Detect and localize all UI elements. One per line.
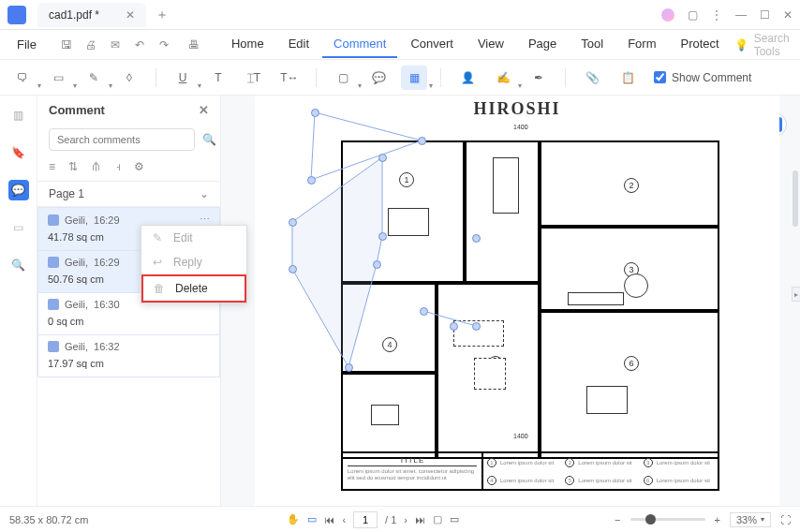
vertical-scrollbar[interactable]: [793, 170, 798, 227]
tab-protect[interactable]: Protect: [669, 31, 730, 58]
save-icon[interactable]: 🖫: [59, 38, 74, 52]
annotation-node[interactable]: [311, 109, 319, 117]
external-window-icon[interactable]: ▢: [688, 8, 698, 22]
tab-page[interactable]: Page: [517, 31, 568, 58]
fit-page-icon[interactable]: ▢: [433, 513, 442, 525]
underline-tool[interactable]: U: [170, 66, 196, 90]
textbox-tool[interactable]: ▭: [45, 66, 71, 90]
signature-tool[interactable]: ✍: [490, 66, 516, 90]
last-page-icon[interactable]: ⏭: [415, 514, 425, 525]
annotation-node[interactable]: [420, 307, 428, 316]
callout-tool[interactable]: 💬: [365, 66, 392, 90]
annotation-node[interactable]: [378, 154, 387, 162]
sort-icon[interactable]: ≡: [49, 160, 55, 173]
canvas[interactable]: W HIROSHI 1400 1400 1 2 3 4: [221, 96, 800, 506]
undo-icon[interactable]: ↶: [132, 38, 147, 52]
minimize-icon[interactable]: —: [735, 8, 747, 22]
panel-page-header[interactable]: Page 1 ⌄: [37, 181, 220, 207]
collapse-icon[interactable]: ⫛: [91, 160, 102, 173]
shape-tool[interactable]: ▢: [330, 66, 356, 90]
text-replace-tool[interactable]: T↔: [276, 66, 303, 90]
zoom-thumb[interactable]: [645, 514, 656, 525]
zoom-value[interactable]: 33%▾: [730, 512, 771, 527]
comment-author: Geili,: [65, 341, 88, 352]
search-icon[interactable]: 🔍: [202, 133, 216, 146]
comment-time: 16:29: [94, 257, 120, 268]
select-tool-icon[interactable]: ▭: [307, 513, 317, 525]
group-icon[interactable]: ⫞: [115, 160, 121, 173]
zoom-in-icon[interactable]: +: [715, 514, 720, 525]
eraser-tool[interactable]: ◊: [116, 66, 142, 90]
annotation-node[interactable]: [289, 218, 297, 227]
printer-icon[interactable]: 🖶: [186, 38, 201, 52]
document-tab[interactable]: cad1.pdf * ✕: [37, 3, 146, 27]
print-icon[interactable]: 🖨: [83, 38, 98, 52]
comment-item[interactable]: Geili, 16:32 17.97 sq cm: [37, 335, 220, 377]
tab-add-icon[interactable]: ＋: [156, 7, 169, 23]
search-comments-input[interactable]: [49, 128, 195, 151]
thumbnails-icon[interactable]: ▥: [8, 105, 29, 126]
attachment-tool[interactable]: 📎: [579, 66, 605, 90]
annotation-node[interactable]: [345, 363, 353, 372]
ctx-delete[interactable]: 🗑Delete: [141, 274, 246, 303]
annotation-node[interactable]: [378, 232, 387, 241]
legend-title: TITLE: [348, 456, 477, 466]
fit-width-icon[interactable]: ▭: [450, 513, 459, 525]
mail-icon[interactable]: ✉: [108, 38, 123, 52]
right-panel-handle[interactable]: ▸: [792, 287, 800, 302]
search-rail-icon[interactable]: 🔍: [8, 255, 29, 275]
kebab-menu-icon[interactable]: ⋮: [711, 8, 722, 22]
filter-icon[interactable]: ⚙: [134, 160, 144, 173]
annotation-node[interactable]: [307, 176, 316, 185]
note-tool[interactable]: 🗨: [9, 66, 36, 90]
draw-sign-tool[interactable]: ✒: [526, 66, 552, 90]
expand-icon[interactable]: ⇅: [68, 160, 78, 173]
attachments-rail-icon[interactable]: ▭: [8, 217, 29, 238]
hand-tool-icon[interactable]: ✋: [287, 513, 300, 525]
show-comment-checkbox[interactable]: [654, 71, 666, 83]
menubar: File 🖫 🖨 ✉ ↶ ↷ 🖶 Home Edit Comment Conve…: [0, 30, 800, 60]
annotation-node[interactable]: [418, 137, 426, 145]
file-menu[interactable]: File: [7, 34, 46, 55]
tab-edit[interactable]: Edit: [277, 31, 320, 58]
tab-comment[interactable]: Comment: [322, 31, 397, 58]
panel-close-icon[interactable]: ✕: [199, 103, 209, 117]
comment-list-tool[interactable]: 📋: [615, 66, 641, 90]
comment-author: Geili,: [65, 214, 88, 226]
next-page-icon[interactable]: ›: [404, 514, 407, 525]
measure-tool[interactable]: ▦: [401, 66, 427, 90]
comments-icon[interactable]: 💬: [8, 180, 29, 200]
maximize-icon[interactable]: ☐: [760, 8, 770, 22]
zoom-slider[interactable]: [630, 518, 705, 521]
page-total: / 1: [385, 514, 396, 525]
tab-tool[interactable]: Tool: [570, 31, 615, 58]
page-nav: ✋ ▭ ⏮ ‹ / 1 › ⏭ ▢ ▭: [287, 511, 459, 528]
first-page-icon[interactable]: ⏮: [324, 514, 334, 525]
bookmarks-icon[interactable]: 🔖: [8, 142, 29, 163]
annotation-node[interactable]: [472, 322, 481, 331]
close-icon[interactable]: ✕: [783, 8, 793, 22]
text-callout-tool[interactable]: ⌶T: [241, 66, 267, 90]
annotation-node[interactable]: [450, 322, 458, 331]
annotation-node[interactable]: [289, 265, 297, 273]
page-input[interactable]: [353, 511, 378, 528]
tab-close-icon[interactable]: ✕: [126, 8, 135, 22]
tab-view[interactable]: View: [467, 31, 515, 58]
annotation-node[interactable]: [472, 234, 481, 243]
fullscreen-icon[interactable]: ⛶: [780, 514, 791, 525]
show-comment-toggle[interactable]: Show Comment: [654, 71, 751, 84]
search-tools[interactable]: 💡 Search Tools: [734, 32, 790, 58]
prev-page-icon[interactable]: ‹: [342, 514, 346, 525]
tab-home[interactable]: Home: [220, 31, 275, 58]
stamp-tool[interactable]: 👤: [454, 66, 481, 90]
pencil-tool[interactable]: ✎: [81, 66, 107, 90]
ai-badge-icon[interactable]: [661, 8, 674, 22]
tab-convert[interactable]: Convert: [399, 31, 465, 58]
annotation-node[interactable]: [373, 260, 381, 269]
legend: TITLE Lorem ipsum dolor sit amet, consec…: [341, 451, 719, 491]
redo-icon[interactable]: ↷: [156, 38, 171, 52]
comment-time: 16:32: [94, 341, 120, 352]
tab-form[interactable]: Form: [616, 31, 667, 58]
text-tool[interactable]: T: [205, 66, 231, 90]
zoom-out-icon[interactable]: −: [615, 514, 620, 525]
